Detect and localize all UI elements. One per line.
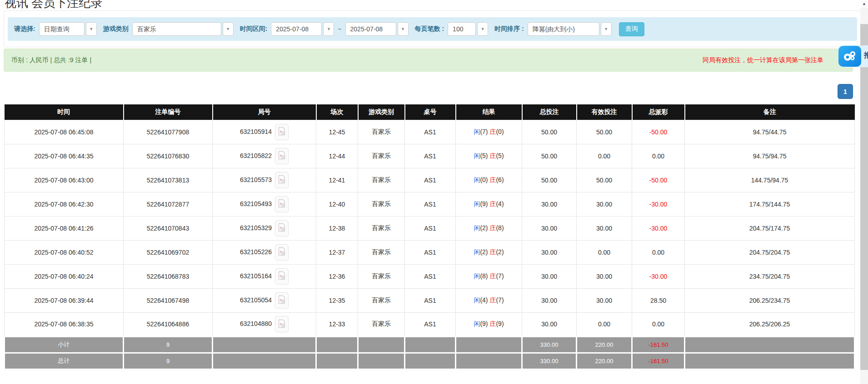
cell-total-bet[interactable]: 30.00	[522, 288, 577, 312]
banker-result: 庄	[489, 200, 496, 207]
video-replay-button[interactable]	[275, 244, 289, 261]
footer-label: 小计	[5, 336, 124, 353]
video-replay-button[interactable]	[275, 196, 289, 212]
footer-total-bet: 330.00	[522, 353, 577, 369]
game-type-select[interactable]: 百家乐 ▼	[132, 22, 234, 36]
cell-time: 2025-07-08 06:44:35	[5, 144, 124, 168]
video-file-icon	[278, 127, 285, 137]
video-replay-button[interactable]	[275, 124, 289, 140]
cell-payout: -30.00	[632, 216, 685, 240]
table-row: 2025-07-08 06:39:44522641067498632105054…	[5, 288, 855, 312]
round-number: 632105822	[240, 152, 272, 159]
cell-game-type: 百家乐	[358, 168, 405, 192]
date-from-select[interactable]: 2025-07-08 ▼	[271, 22, 334, 36]
video-replay-button[interactable]	[275, 292, 289, 309]
cell-valid-bet: 50.00	[577, 120, 632, 144]
netdisk-save-button[interactable]	[838, 46, 861, 67]
video-replay-button[interactable]	[275, 316, 289, 332]
cell-table-no: AS1	[405, 264, 456, 288]
cell-result: 闲(9) 庄(9)	[456, 312, 522, 336]
sort-label: 时间排序 :	[494, 25, 524, 33]
cell-valid-bet: 0.00	[577, 144, 632, 168]
cell-total-bet[interactable]: 30.00	[522, 192, 577, 216]
video-replay-button[interactable]	[275, 268, 289, 285]
video-file-icon	[278, 319, 285, 330]
col-bet-id: 注单编号	[124, 104, 213, 120]
cell-session: 12-44	[316, 144, 358, 168]
cell-time: 2025-07-08 06:40:24	[5, 264, 124, 288]
scrollbar-up-arrow-icon[interactable]: ▲	[860, 0, 868, 8]
cell-remark: 206.25/234.75	[685, 288, 855, 312]
player-result: 闲	[474, 128, 480, 135]
cell-round: 632105164	[213, 264, 316, 288]
footer-count: 9	[124, 353, 213, 369]
cell-result: 闲(8) 庄(7)	[456, 264, 522, 288]
chevron-down-icon: ▼	[323, 22, 334, 36]
cell-payout: -30.00	[632, 192, 685, 216]
cell-round: 632104880	[213, 312, 316, 336]
cell-time: 2025-07-08 06:38:35	[5, 312, 124, 336]
cell-bet-id: 522641069702	[124, 240, 213, 264]
cell-bet-id: 522641072877	[124, 192, 213, 216]
sort-select[interactable]: 降冪(由大到小) ▼	[528, 22, 612, 36]
pagination-page-1[interactable]: 1	[838, 84, 853, 99]
chevron-down-icon: ▼	[601, 22, 612, 36]
footer-count: 9	[124, 336, 213, 353]
cell-total-bet[interactable]: 50.00	[522, 168, 577, 192]
query-type-select[interactable]: 日期查询 ▼	[39, 22, 97, 36]
footer-empty	[405, 353, 456, 369]
page-size-select[interactable]: 100 ▼	[448, 22, 488, 36]
cell-table-no: AS1	[405, 120, 456, 144]
cell-remark: 234.75/204.75	[685, 264, 855, 288]
cell-time: 2025-07-08 06:42:30	[5, 192, 124, 216]
cell-total-bet[interactable]: 30.00	[522, 312, 577, 336]
cell-remark: 94.75/44.75	[685, 120, 855, 144]
chevron-down-icon: ▼	[223, 22, 234, 36]
select-type-label: 请选择:	[14, 25, 35, 33]
cell-time: 2025-07-08 06:43:00	[5, 168, 124, 192]
cell-valid-bet: 30.00	[577, 264, 632, 288]
cell-total-bet[interactable]: 30.00	[522, 240, 577, 264]
cell-round: 632105493	[213, 192, 316, 216]
cell-remark: 204.75/174.75	[685, 216, 855, 240]
search-button[interactable]: 查询	[619, 22, 644, 36]
cell-round: 632105573	[213, 168, 316, 192]
player-result: 闲	[474, 200, 480, 207]
footer-empty	[405, 336, 456, 353]
round-number: 632105164	[240, 272, 272, 279]
cell-total-bet[interactable]: 30.00	[522, 264, 577, 288]
cell-total-bet[interactable]: 50.00	[522, 144, 577, 168]
player-result: 闲	[474, 224, 480, 231]
cell-total-bet[interactable]: 30.00	[522, 216, 577, 240]
footer-empty	[358, 336, 405, 353]
table-header: 时间 注单编号 局号 场次 游戏类别 桌号 结果 总投注 有效投注 总派彩 备注	[5, 104, 855, 120]
date-to-select[interactable]: 2025-07-08 ▼	[345, 22, 409, 36]
cell-game-type: 百家乐	[358, 312, 405, 336]
cell-time: 2025-07-08 06:45:08	[5, 120, 124, 144]
footer-empty	[316, 336, 358, 353]
tilde-separator: ~	[338, 25, 341, 33]
currency-summary-text: 币别 : 人民币 | 总共 :9 注单 |	[11, 56, 91, 64]
video-replay-button[interactable]	[275, 172, 289, 188]
cell-bet-id: 522641076830	[124, 144, 213, 168]
cell-payout: 0.00	[632, 312, 685, 336]
cell-round: 632105226	[213, 240, 316, 264]
scrollbar-thumb[interactable]	[860, 24, 868, 370]
cell-round: 632105329	[213, 216, 316, 240]
video-replay-button[interactable]	[275, 148, 289, 164]
cell-total-bet[interactable]: 50.00	[522, 120, 577, 144]
banker-result: 庄	[489, 224, 496, 231]
round-number: 632105329	[240, 224, 272, 231]
cell-bet-id: 522641067498	[124, 288, 213, 312]
cell-remark: 144.75/94.75	[685, 168, 855, 192]
col-valid-bet: 有效投注	[577, 104, 632, 120]
col-remark: 备注	[685, 104, 855, 120]
table-row: 2025-07-08 06:40:24522641068783632105164…	[5, 264, 855, 288]
footer-empty	[685, 353, 855, 369]
video-replay-button[interactable]	[275, 220, 289, 236]
bet-records-table: 时间 注单编号 局号 场次 游戏类别 桌号 结果 总投注 有效投注 总派彩 备注…	[4, 104, 855, 370]
round-number: 632105054	[240, 296, 272, 303]
banker-result: 庄	[489, 296, 496, 304]
footer-empty	[316, 353, 358, 369]
table-footer: 小计9330.00220.00-161.50总计9330.00220.00-16…	[5, 336, 855, 369]
